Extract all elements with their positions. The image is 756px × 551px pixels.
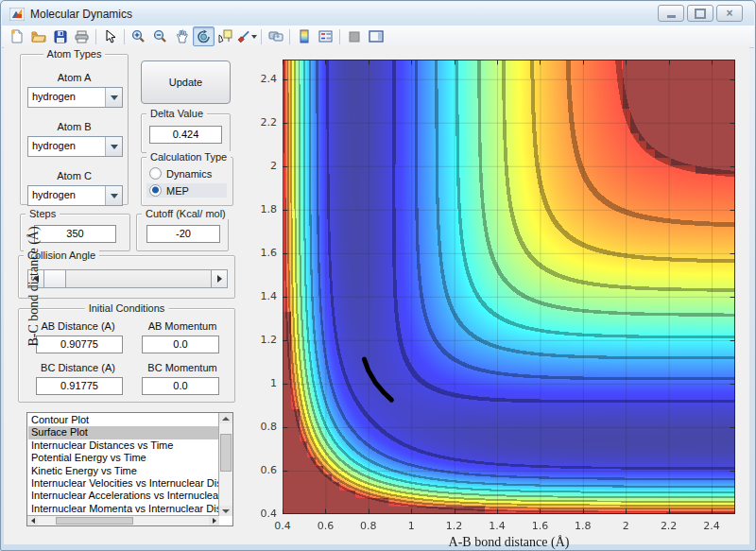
- atom-b-dropdown[interactable]: hydrogen: [27, 136, 123, 157]
- list-item[interactable]: Kinetic Energy vs Time: [28, 465, 218, 477]
- horizontal-scroll-thumb[interactable]: [56, 517, 133, 525]
- window-title: Molecular Dynamics: [30, 8, 132, 21]
- rotate-3d-button[interactable]: [193, 26, 215, 46]
- ab-momentum-field[interactable]: 0.0: [142, 336, 219, 353]
- x-tick-label: 1.2: [440, 520, 469, 532]
- y-axis-label: B-C bond distance (Å): [26, 182, 42, 390]
- list-item[interactable]: Internuclear Distances vs Time: [28, 439, 218, 452]
- restore-button[interactable]: [687, 5, 713, 22]
- pan-button[interactable]: [171, 26, 193, 46]
- y-tick-label: 2: [249, 160, 277, 172]
- mep-radio[interactable]: [149, 184, 162, 197]
- show-plot-tools-button[interactable]: [365, 26, 387, 46]
- atom-a-dropdown[interactable]: hydrogen: [27, 87, 123, 108]
- collision-angle-panel: Collision Angle: [18, 255, 235, 299]
- x-tick-label: 0.8: [354, 520, 383, 532]
- edit-plot-button[interactable]: [99, 26, 121, 46]
- open-folder-icon: [31, 30, 46, 43]
- vertical-scroll-thumb[interactable]: [220, 434, 232, 472]
- delta-value-field[interactable]: 0.424: [149, 126, 222, 144]
- zoom-out-icon: [153, 29, 167, 43]
- atom-c-dropdown[interactable]: hydrogen: [27, 185, 123, 206]
- plot-type-listbox[interactable]: Contour Plot Surface Plot Internuclear D…: [26, 412, 233, 526]
- save-figure-button[interactable]: [49, 26, 71, 46]
- initial-conditions-title: Initial Conditions: [85, 302, 169, 314]
- scroll-up-arrow[interactable]: [219, 413, 232, 423]
- cursor-arrow-icon: [105, 29, 116, 43]
- printer-icon: [75, 30, 89, 43]
- rotate-3d-icon: [197, 29, 211, 43]
- update-button[interactable]: Update: [141, 60, 231, 104]
- bc-momentum-field[interactable]: 0.0: [142, 377, 219, 395]
- x-axis-label: A-B bond distance (Å): [283, 535, 735, 550]
- list-item[interactable]: Potential Energy vs Time: [28, 452, 218, 464]
- y-tick-label: 1.2: [249, 334, 277, 346]
- scroll-down-arrow[interactable]: [219, 506, 232, 516]
- x-tick-label: 1: [397, 520, 425, 532]
- collision-angle-slider[interactable]: [27, 269, 228, 288]
- title-bar[interactable]: Molecular Dynamics ×: [2, 2, 754, 26]
- x-tick-label: 1.8: [569, 520, 597, 532]
- toolbar-separator: [95, 29, 96, 44]
- dynamics-radio-row[interactable]: Dynamics: [146, 166, 227, 181]
- insert-legend-button[interactable]: [315, 26, 336, 46]
- dropdown-arrow-icon[interactable]: [105, 137, 122, 156]
- dynamics-radio[interactable]: [149, 167, 162, 180]
- hide-plot-tools-button[interactable]: [343, 26, 365, 46]
- toolbar-separator: [261, 29, 262, 44]
- vertical-scrollbar[interactable]: [218, 413, 232, 516]
- app-window: Molecular Dynamics ×: [0, 0, 756, 551]
- horizontal-scrollbar[interactable]: [27, 515, 219, 525]
- x-tick-label: 0.4: [268, 520, 297, 532]
- cutoff-panel: Cutoff (Kcal/ mol) -20: [136, 214, 229, 251]
- link-plot-button[interactable]: [265, 26, 286, 46]
- list-item[interactable]: Internuclear Accelerations vs Internucle…: [28, 490, 218, 502]
- zoom-in-button[interactable]: [128, 26, 149, 46]
- cutoff-title: Cutoff (Kcal/ mol): [142, 208, 230, 219]
- contour-plot-canvas[interactable]: [283, 60, 735, 514]
- save-floppy-icon: [54, 30, 67, 43]
- delta-value-panel: Delta Value 0.424: [141, 113, 231, 153]
- y-tick-label: 0.6: [249, 464, 277, 476]
- dropdown-arrow-icon[interactable]: [105, 88, 122, 107]
- new-figure-button[interactable]: [6, 26, 27, 46]
- mep-radio-row[interactable]: MEP: [146, 183, 227, 198]
- ab-distance-field[interactable]: 0.90775: [36, 336, 123, 353]
- colorbar-icon: [299, 29, 310, 43]
- list-item[interactable]: Surface Plot: [28, 426, 218, 439]
- new-document-icon: [10, 29, 24, 43]
- scroll-left-arrow[interactable]: [27, 516, 38, 525]
- figure-content: Atom Types Atom A hydrogen Atom B hydrog…: [4, 47, 749, 544]
- brush-data-button[interactable]: [236, 26, 258, 46]
- minimize-button[interactable]: [658, 5, 684, 22]
- ab-distance-label: AB Distance (A): [28, 320, 128, 332]
- brush-icon: [237, 29, 250, 43]
- dropdown-arrow-icon[interactable]: [105, 186, 122, 205]
- brush-dropdown-caret[interactable]: [251, 35, 257, 39]
- data-cursor-button[interactable]: [215, 26, 236, 46]
- cutoff-field[interactable]: -20: [146, 225, 220, 243]
- atom-a-label: Atom A: [21, 72, 128, 83]
- atom-b-label: Atom B: [21, 121, 128, 132]
- legend-icon: [318, 30, 333, 43]
- list-item[interactable]: Internuclear Momenta vs Internuclear Dis…: [28, 503, 218, 515]
- link-plot-icon: [268, 30, 284, 43]
- toolbar-separator: [339, 29, 340, 44]
- list-item[interactable]: Internuclear Velocities vs Internuclear …: [28, 477, 218, 490]
- toolbar-separator: [124, 29, 125, 44]
- y-tick-label: 1.8: [249, 203, 277, 215]
- scroll-right-arrow[interactable]: [209, 516, 219, 525]
- close-button[interactable]: ×: [716, 5, 743, 22]
- zoom-in-icon: [131, 29, 146, 43]
- slider-right-arrow[interactable]: [211, 270, 227, 287]
- open-file-button[interactable]: [27, 26, 49, 46]
- print-figure-button[interactable]: [71, 26, 93, 46]
- slider-thumb[interactable]: [44, 270, 66, 287]
- list-item[interactable]: Contour Plot: [28, 414, 218, 426]
- atom-types-title: Atom Types: [43, 48, 106, 60]
- data-cursor-icon: [218, 29, 232, 43]
- zoom-out-button[interactable]: [149, 26, 171, 46]
- insert-colorbar-button[interactable]: [293, 26, 315, 46]
- bc-distance-field[interactable]: 0.91775: [36, 377, 123, 395]
- steps-field[interactable]: 350: [34, 225, 116, 243]
